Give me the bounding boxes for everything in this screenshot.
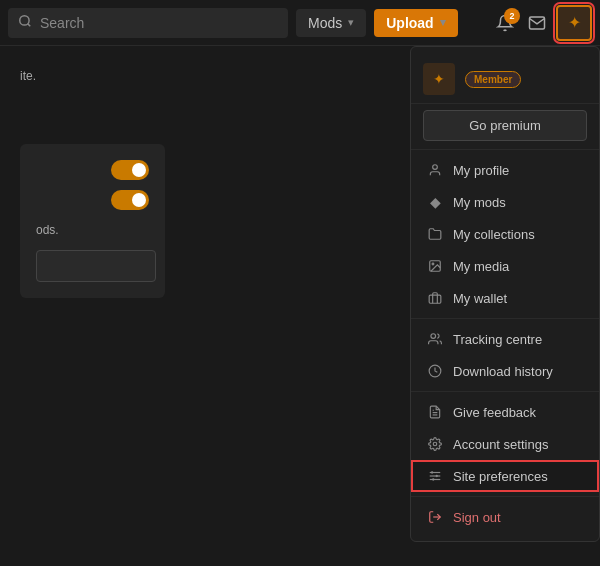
account-settings-icon xyxy=(427,436,443,452)
notification-count: 2 xyxy=(504,8,520,24)
nav-icons: 2 ✦ xyxy=(492,5,592,41)
chevron-down-icon: ▾ xyxy=(348,16,354,29)
mods-button[interactable]: Mods ▾ xyxy=(296,9,366,37)
tracking-icon xyxy=(427,331,443,347)
svg-rect-4 xyxy=(429,295,441,303)
menu-item-sign-out[interactable]: Sign out xyxy=(411,501,599,533)
svg-point-9 xyxy=(433,442,437,446)
notifications-button[interactable]: 2 xyxy=(492,10,518,36)
svg-point-1 xyxy=(433,165,438,170)
chevron-down-icon: ▾ xyxy=(440,16,446,29)
menu-item-tracking-centre[interactable]: Tracking centre xyxy=(411,323,599,355)
upload-button[interactable]: Upload ▾ xyxy=(374,9,457,37)
svg-point-14 xyxy=(436,475,438,477)
toggle-2[interactable] xyxy=(111,190,149,210)
menu-avatar: ✦ xyxy=(423,63,455,95)
search-bar[interactable]: Search xyxy=(8,8,288,38)
menu-header: ✦ Member xyxy=(411,55,599,104)
menu-item-give-feedback[interactable]: Give feedback xyxy=(411,396,599,428)
menu-item-my-wallet[interactable]: My wallet xyxy=(411,282,599,314)
svg-point-5 xyxy=(431,334,436,339)
bg-text-1: ite. xyxy=(20,69,36,83)
wallet-icon xyxy=(427,290,443,306)
menu-item-site-preferences[interactable]: Site preferences xyxy=(411,460,599,492)
menu-item-my-mods[interactable]: ◆ My mods xyxy=(411,186,599,218)
svg-point-3 xyxy=(432,263,434,265)
menu-item-account-settings[interactable]: Account settings xyxy=(411,428,599,460)
member-badge: Member xyxy=(465,71,521,88)
settings-card: ods. xyxy=(20,144,165,298)
menu-divider-3 xyxy=(411,391,599,392)
messages-button[interactable] xyxy=(524,10,550,36)
bg-input[interactable] xyxy=(36,250,156,282)
menu-divider-4 xyxy=(411,496,599,497)
collections-icon xyxy=(427,226,443,242)
menu-item-my-profile[interactable]: My profile xyxy=(411,154,599,186)
menu-item-download-history[interactable]: Download history xyxy=(411,355,599,387)
svg-point-15 xyxy=(432,478,434,480)
search-label: Search xyxy=(40,15,84,31)
menu-divider-2 xyxy=(411,318,599,319)
menu-item-my-media[interactable]: My media xyxy=(411,250,599,282)
avatar-icon: ✦ xyxy=(433,71,445,87)
bg-text-2: ods. xyxy=(36,223,59,237)
avatar-symbol: ✦ xyxy=(568,13,581,32)
menu-divider-1 xyxy=(411,149,599,150)
user-avatar-button[interactable]: ✦ xyxy=(556,5,592,41)
page-background: ite. ods. xyxy=(0,46,435,566)
feedback-icon xyxy=(427,404,443,420)
go-premium-button[interactable]: Go premium xyxy=(423,110,587,141)
menu-item-my-collections[interactable]: My collections xyxy=(411,218,599,250)
profile-icon xyxy=(427,162,443,178)
sign-out-icon xyxy=(427,509,443,525)
site-preferences-icon xyxy=(427,468,443,484)
media-icon xyxy=(427,258,443,274)
toggle-1[interactable] xyxy=(111,160,149,180)
download-history-icon xyxy=(427,363,443,379)
mods-icon: ◆ xyxy=(427,194,443,210)
user-dropdown-menu: ✦ Member Go premium My profile ◆ My mods… xyxy=(410,46,600,542)
svg-point-0 xyxy=(20,15,29,24)
navbar: Search Mods ▾ Upload ▾ 2 ✦ xyxy=(0,0,600,46)
search-icon xyxy=(18,14,32,32)
svg-point-13 xyxy=(431,471,433,473)
